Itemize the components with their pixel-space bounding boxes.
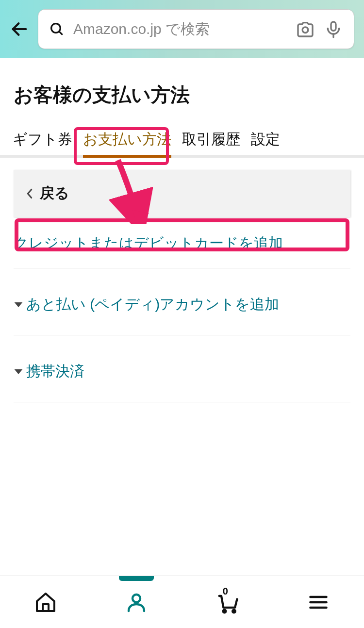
svg-marker-7	[15, 369, 23, 374]
user-icon	[125, 591, 148, 614]
microphone-icon[interactable]	[324, 19, 343, 39]
bottom-nav: 0	[0, 576, 364, 628]
option-add-credit-debit[interactable]: クレジットまたはデビットカードを追加	[14, 217, 350, 268]
search-bar[interactable]	[38, 9, 354, 49]
option-label: あと払い (ペイディ)アカウントを追加	[26, 295, 279, 314]
option-label: クレジットまたはデビットカードを追加	[14, 233, 283, 253]
svg-line-2	[59, 32, 62, 34]
tab-settings[interactable]: 設定	[249, 126, 282, 155]
svg-rect-4	[331, 22, 336, 31]
option-label: 携帯決済	[26, 362, 84, 381]
page-title: お客様の支払い方法	[0, 58, 364, 126]
app-header	[0, 0, 364, 58]
arrow-left-icon	[10, 19, 29, 39]
option-add-paidy[interactable]: あと払い (ペイディ)アカウントを追加	[14, 268, 350, 335]
svg-point-11	[223, 610, 226, 612]
nav-cart[interactable]: 0	[213, 588, 242, 617]
content: 戻る クレジットまたはデビットカードを追加 あと払い (ペイディ)アカウントを追…	[0, 170, 364, 402]
svg-point-10	[132, 595, 140, 602]
svg-marker-6	[15, 302, 23, 307]
cart-count-badge: 0	[223, 586, 228, 597]
chevron-left-icon	[26, 188, 33, 199]
option-mobile-payment[interactable]: 携帯決済	[14, 335, 350, 402]
tabs: ギフト券 お支払い方法 取引履歴 設定	[0, 126, 364, 158]
chevron-down-icon	[14, 300, 23, 310]
hamburger-icon	[308, 592, 329, 613]
search-icon	[49, 21, 65, 37]
camera-icon[interactable]	[296, 19, 315, 39]
home-icon	[34, 591, 57, 614]
chevron-down-icon	[14, 367, 23, 377]
back-row[interactable]: 戻る	[14, 170, 350, 217]
nav-menu[interactable]	[304, 588, 333, 617]
nav-account[interactable]	[122, 588, 151, 617]
tab-gift-cards[interactable]: ギフト券	[11, 126, 74, 155]
nav-home[interactable]	[31, 588, 60, 617]
svg-point-12	[232, 610, 235, 612]
back-button[interactable]	[10, 19, 29, 39]
svg-point-3	[302, 27, 308, 33]
back-row-label: 戻る	[40, 183, 69, 203]
tab-payment-methods[interactable]: お支払い方法	[81, 126, 173, 155]
tab-transaction-history[interactable]: 取引履歴	[180, 126, 242, 155]
search-input[interactable]	[73, 21, 287, 37]
